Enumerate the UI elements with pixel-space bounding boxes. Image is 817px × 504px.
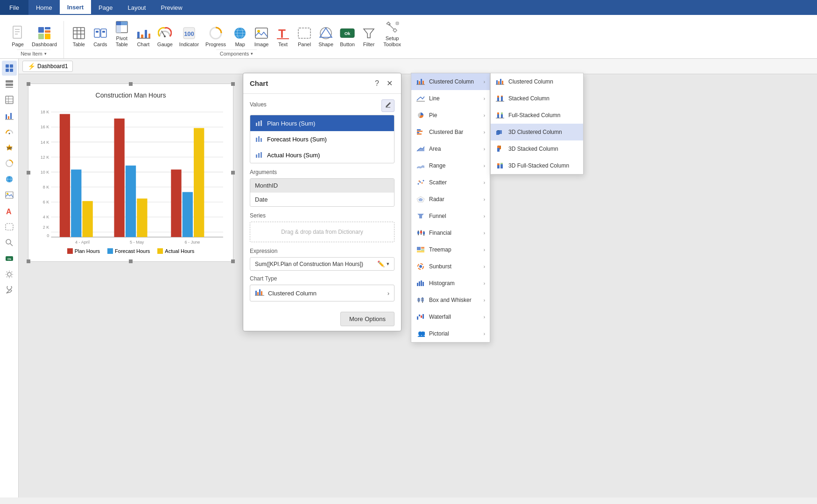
chart-menu-item-funnel[interactable]: Funnel › <box>411 208 490 224</box>
chart-submenu-item-full-stacked-column[interactable]: Full-Stacked Column <box>491 107 583 124</box>
components-footer[interactable]: Components ▾ <box>220 51 253 56</box>
svg-rect-195 <box>497 163 500 165</box>
chart-submenu-item-clustered-column[interactable]: Clustered Column <box>491 74 583 90</box>
chart-menu-item-pictorial[interactable]: 👤👤👤 Pictorial › <box>411 325 490 342</box>
sidebar-icon-rect[interactable] <box>2 219 17 234</box>
dialog-close-button[interactable]: ✕ <box>385 78 394 89</box>
value-item-plan[interactable]: Plan Hours (Sum) <box>250 115 394 131</box>
sidebar-icon-circle[interactable] <box>2 156 17 171</box>
sidebar-icon-grid1[interactable] <box>2 61 17 76</box>
ribbon-item-filter[interactable]: Filter <box>359 24 379 49</box>
chart-menu-item-treemap[interactable]: Treemap › <box>411 241 490 258</box>
chart-menu-label-sunburst: Sunburst <box>429 263 451 270</box>
arg-item-date[interactable]: Date <box>250 193 394 206</box>
legend-color-actual <box>157 248 163 254</box>
tab-preview[interactable]: Preview <box>153 0 190 15</box>
svg-rect-15 <box>101 29 106 37</box>
ribbon-item-setup-toolbox[interactable]: Setup Toolbox <box>380 18 404 49</box>
sidebar-icon-search[interactable] <box>2 235 17 250</box>
resize-handle-tr[interactable] <box>231 82 235 86</box>
ribbon-item-pivot[interactable]: Pivot Table <box>112 18 132 49</box>
svg-rect-186 <box>496 131 499 135</box>
ribbon-item-dashboard[interactable]: Dashboard <box>29 24 60 49</box>
chart-submenu-label-3d-stacked-column: 3D Stacked Column <box>508 146 558 152</box>
tab-file[interactable]: File <box>0 0 28 15</box>
ribbon-item-chart[interactable]: Chart <box>133 24 154 49</box>
chart-menu-item-area[interactable]: Area › <box>411 140 490 157</box>
sidebar-icon-btn[interactable]: Ok <box>2 251 17 266</box>
svg-rect-56 <box>6 96 13 104</box>
resize-handle-tm[interactable] <box>129 82 133 86</box>
chart-menu-item-box-whisker[interactable]: Box and Whisker › <box>411 292 490 308</box>
tab-dashboard1[interactable]: ⚡ Dashboard1 <box>22 61 73 72</box>
value-item-plan-label: Plan Hours (Sum) <box>267 120 315 127</box>
resize-handle-bm[interactable] <box>129 259 133 263</box>
value-item-actual[interactable]: Actual Hours (Sum) <box>250 147 394 163</box>
ribbon-item-shape[interactable]: Shape <box>316 24 336 49</box>
chart-menu-item-sunburst[interactable]: Sunburst › <box>411 258 490 275</box>
sidebar-icon-grid3[interactable] <box>2 92 17 107</box>
chart-menu-item-financial[interactable]: Financial › <box>411 224 490 241</box>
chart-menu-item-radar[interactable]: Radar › <box>411 191 490 208</box>
chart-type-button[interactable]: Clustered Column › <box>250 285 394 301</box>
ribbon-item-gauge[interactable]: Gauge <box>155 24 176 49</box>
expression-edit-button[interactable]: ✏️ <box>377 260 385 267</box>
ribbon-item-panel[interactable]: Panel <box>294 24 315 49</box>
resize-handle-tl[interactable] <box>27 82 30 86</box>
value-icon-actual <box>255 151 263 159</box>
expression-dropdown-button[interactable]: ▾ <box>387 261 389 267</box>
tab-page[interactable]: Page <box>91 0 120 15</box>
chart-submenu-item-3d-stacked-column[interactable]: 3D Stacked Column <box>491 140 583 157</box>
more-options-button[interactable]: More Options <box>340 312 394 326</box>
sidebar-icon-gauge[interactable] <box>2 124 17 139</box>
ribbon-item-progress[interactable]: Progress <box>203 24 229 49</box>
svg-rect-126 <box>417 80 418 84</box>
chart-menu-item-range[interactable]: Range › <box>411 157 490 174</box>
tab-insert[interactable]: Insert <box>60 0 91 15</box>
chart-menu-item-waterfall[interactable]: Waterfall › <box>411 308 490 325</box>
ribbon-item-cards[interactable]: Cards <box>90 24 111 49</box>
values-edit-button[interactable] <box>381 99 394 112</box>
chart-submenu-item-3d-full-stacked-column[interactable]: 3D Full-Stacked Column <box>491 157 583 174</box>
value-item-forecast[interactable]: Forecast Hours (Sum) <box>250 131 394 147</box>
resize-handle-ml[interactable] <box>27 171 30 175</box>
ribbon-item-button[interactable]: Ok Button <box>337 24 358 49</box>
new-item-footer[interactable]: New Item ▾ <box>21 51 46 56</box>
panel-icon <box>297 26 312 41</box>
chart-menu-icon-scatter <box>416 178 425 187</box>
resize-handle-bl[interactable] <box>27 259 30 263</box>
sidebar-icon-settings[interactable] <box>2 267 17 282</box>
tab-layout[interactable]: Layout <box>120 0 153 15</box>
ribbon-item-table[interactable]: Table <box>69 24 89 49</box>
sidebar-icon-wrench[interactable] <box>2 283 17 298</box>
resize-handle-mr[interactable] <box>231 171 235 175</box>
expression-section-label: Expression <box>250 248 394 254</box>
chart-menu-item-scatter[interactable]: Scatter › <box>411 174 490 191</box>
sidebar-icon-grid2[interactable] <box>2 77 17 91</box>
ribbon-item-map[interactable]: Map <box>230 24 250 49</box>
ribbon-item-text[interactable]: T Text <box>273 24 293 49</box>
chart-menu-item-line[interactable]: Line › <box>411 90 490 107</box>
dialog-help-button[interactable]: ? <box>373 78 381 89</box>
series-drop-zone[interactable]: Drag & drop data from Dictionary <box>250 222 394 242</box>
chart-menu-item-clustered-bar[interactable]: Clustered Bar › <box>411 124 490 140</box>
chart-submenu-item-stacked-column[interactable]: Stacked Column <box>491 90 583 107</box>
chart-submenu-label-stacked-column: Stacked Column <box>508 95 549 102</box>
resize-handle-br[interactable] <box>231 259 235 263</box>
chart-menu-label-waterfall: Waterfall <box>429 314 451 320</box>
tab-home[interactable]: Home <box>28 0 60 15</box>
sidebar-icon-text[interactable]: A <box>2 203 17 218</box>
ribbon-item-image[interactable]: Image <box>251 24 272 49</box>
svg-rect-136 <box>417 133 422 135</box>
chart-menu-item-clustered-column[interactable]: Clustered Column › <box>411 74 490 90</box>
sidebar-icon-image[interactable] <box>2 188 17 203</box>
sidebar-icon-chart[interactable] <box>2 108 17 123</box>
chart-menu-item-pie[interactable]: Pie › <box>411 107 490 124</box>
arg-item-monthid[interactable]: MonthID <box>250 179 394 193</box>
chart-menu-item-histogram[interactable]: Histogram › <box>411 275 490 292</box>
sidebar-icon-globe[interactable] <box>2 172 17 187</box>
ribbon-item-indicator[interactable]: 100 Indicator <box>176 24 202 49</box>
ribbon-item-page[interactable]: Page <box>7 24 28 49</box>
sidebar-icon-star[interactable]: 100 <box>2 140 17 155</box>
chart-submenu-item-3d-clustered-column[interactable]: 3D Clustered Column <box>491 124 583 140</box>
